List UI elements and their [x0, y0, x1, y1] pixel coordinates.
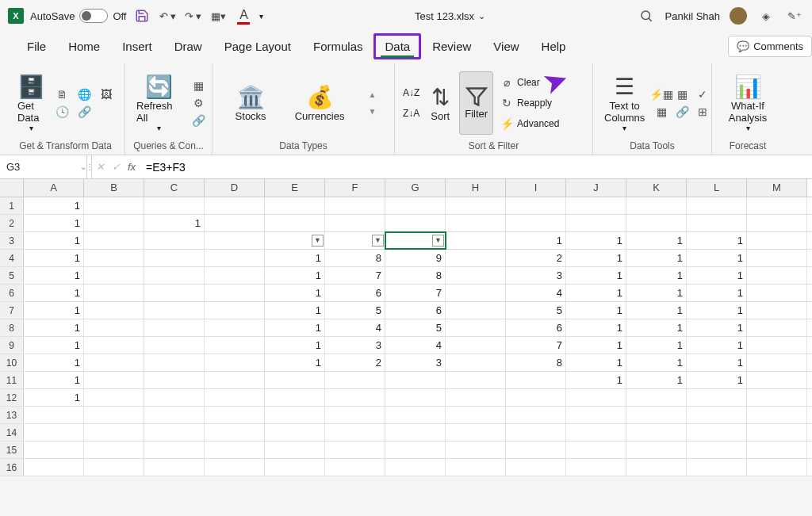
- cell[interactable]: 6: [325, 285, 385, 301]
- cell[interactable]: [747, 337, 807, 354]
- search-icon[interactable]: [637, 6, 656, 25]
- cell[interactable]: 3: [325, 337, 385, 354]
- from-web-icon[interactable]: 🌐: [77, 87, 91, 101]
- cell[interactable]: 2: [325, 354, 385, 371]
- cell[interactable]: [205, 424, 265, 441]
- cell[interactable]: [144, 424, 205, 441]
- cell[interactable]: [265, 424, 325, 441]
- cell[interactable]: 1: [24, 285, 84, 301]
- from-image-icon[interactable]: 🖼: [99, 87, 113, 101]
- row-header[interactable]: 16: [0, 459, 24, 476]
- cell[interactable]: [84, 441, 144, 458]
- cell[interactable]: 8: [325, 250, 385, 266]
- clear-button[interactable]: ⌀Clear: [498, 74, 561, 91]
- cell[interactable]: [144, 267, 205, 284]
- cell[interactable]: [385, 389, 446, 406]
- text-to-columns-button[interactable]: ☰ Text to Columns▾: [599, 71, 649, 135]
- cell[interactable]: 1: [24, 372, 84, 388]
- cell[interactable]: 4: [385, 337, 446, 354]
- fx-icon[interactable]: fx: [124, 161, 140, 173]
- cell[interactable]: [566, 424, 626, 441]
- cell[interactable]: 1: [566, 337, 626, 354]
- cell[interactable]: 6: [385, 302, 446, 319]
- scroll-down-icon[interactable]: ▼: [368, 107, 376, 116]
- font-color-icon[interactable]: A: [234, 6, 253, 25]
- cell[interactable]: 5: [325, 302, 385, 319]
- cell[interactable]: [747, 197, 807, 214]
- tab-view[interactable]: View: [482, 33, 530, 59]
- reapply-button[interactable]: ↻Reapply: [498, 94, 561, 112]
- column-header[interactable]: H: [446, 179, 506, 197]
- recent-sources-icon[interactable]: 🕓: [55, 105, 69, 119]
- tab-page-layout[interactable]: Page Layout: [213, 33, 302, 59]
- cell[interactable]: [626, 215, 687, 231]
- cell[interactable]: [747, 302, 807, 319]
- cell[interactable]: [566, 459, 626, 476]
- spreadsheet-grid[interactable]: ABCDEFGHIJKLM 1121131▼▼▼1111411892111511…: [0, 179, 812, 476]
- cell[interactable]: [446, 215, 506, 231]
- cell[interactable]: [506, 407, 566, 423]
- row-header[interactable]: 15: [0, 441, 24, 458]
- row-header[interactable]: 11: [0, 372, 24, 388]
- cell[interactable]: 1: [566, 354, 626, 371]
- cell[interactable]: [265, 372, 325, 388]
- cell[interactable]: 1: [265, 337, 325, 354]
- manage-data-icon[interactable]: ⊞: [695, 105, 710, 119]
- row-header[interactable]: 3: [0, 232, 24, 249]
- cell[interactable]: 1: [626, 337, 687, 354]
- cell[interactable]: [144, 285, 205, 301]
- cell[interactable]: [506, 215, 566, 231]
- cell[interactable]: [747, 372, 807, 388]
- cell[interactable]: [205, 407, 265, 423]
- cell[interactable]: [144, 250, 205, 266]
- cell[interactable]: [84, 337, 144, 354]
- cell[interactable]: 1: [566, 302, 626, 319]
- cell[interactable]: 5: [385, 319, 446, 336]
- cell[interactable]: [24, 441, 84, 458]
- cell[interactable]: [446, 354, 506, 371]
- sort-button[interactable]: ⇅ Sort: [426, 71, 454, 135]
- row-header[interactable]: 2: [0, 215, 24, 231]
- what-if-button[interactable]: 📊 What-If Analysis▾: [718, 71, 777, 135]
- file-name[interactable]: Test 123.xlsx: [415, 10, 474, 22]
- column-header[interactable]: C: [144, 179, 205, 197]
- avatar[interactable]: [730, 7, 747, 25]
- cell[interactable]: 1: [24, 215, 84, 231]
- cell[interactable]: [747, 215, 807, 231]
- cell[interactable]: 6: [506, 319, 566, 336]
- cell[interactable]: ▼: [265, 232, 325, 249]
- cell[interactable]: [747, 267, 807, 284]
- cell[interactable]: 5: [506, 302, 566, 319]
- diamond-icon[interactable]: ◈: [756, 6, 776, 25]
- cell[interactable]: 1: [687, 250, 747, 266]
- cell[interactable]: [687, 389, 747, 406]
- column-header[interactable]: L: [687, 179, 747, 197]
- cell[interactable]: 1: [626, 267, 687, 284]
- cell[interactable]: [205, 285, 265, 301]
- cell[interactable]: 1: [24, 337, 84, 354]
- cell[interactable]: [84, 459, 144, 476]
- cell[interactable]: 3: [506, 267, 566, 284]
- cell[interactable]: [144, 197, 205, 214]
- cell[interactable]: [265, 197, 325, 214]
- cell[interactable]: [506, 441, 566, 458]
- cell[interactable]: [506, 424, 566, 441]
- enter-icon[interactable]: ✓: [108, 161, 124, 173]
- cell[interactable]: 1: [626, 372, 687, 388]
- cell[interactable]: 1: [566, 232, 626, 249]
- cell[interactable]: [265, 389, 325, 406]
- cell[interactable]: [325, 197, 385, 214]
- cell[interactable]: 3: [385, 354, 446, 371]
- cell[interactable]: [446, 319, 506, 336]
- queries-icon[interactable]: ▦: [191, 78, 205, 93]
- sort-desc-button[interactable]: Z↓A: [401, 106, 421, 120]
- cell[interactable]: 7: [325, 267, 385, 284]
- cell[interactable]: [506, 372, 566, 388]
- refresh-all-button[interactable]: 🔄 Refresh All▾: [132, 71, 186, 135]
- cell[interactable]: 1: [24, 232, 84, 249]
- cell[interactable]: ▼: [385, 232, 446, 249]
- cell[interactable]: ▼: [325, 232, 385, 249]
- cell[interactable]: [84, 389, 144, 406]
- cell[interactable]: [385, 424, 446, 441]
- cell[interactable]: 1: [24, 302, 84, 319]
